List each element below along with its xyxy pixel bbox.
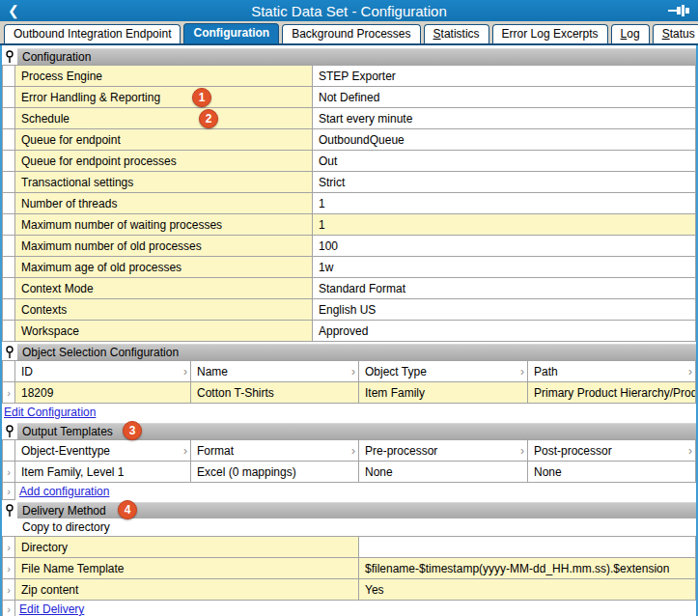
row-expander[interactable]: ›: [2, 537, 15, 557]
row-label: Number of threads: [15, 193, 313, 213]
sort-icon[interactable]: ›: [520, 444, 527, 458]
row-expander[interactable]: [2, 299, 15, 320]
row-expander[interactable]: [2, 257, 15, 277]
main-content: Configuration Process Engine STEP Export…: [0, 45, 698, 616]
row-number-of-threads: Number of threads 1: [2, 193, 696, 214]
row-label: Transactional settings: [15, 172, 313, 192]
tab-statistics[interactable]: Statistics: [424, 24, 489, 43]
edit-configuration-link[interactable]: Edit Configuration: [4, 406, 96, 419]
annotation-badge-1: 1: [192, 88, 211, 107]
row-expander[interactable]: [2, 151, 15, 171]
sort-icon[interactable]: ›: [183, 444, 190, 458]
row-value[interactable]: 100: [313, 236, 696, 256]
row-contexts: Contexts English US: [2, 299, 696, 321]
cell-object-eventtype[interactable]: Item Family, Level 1: [15, 462, 191, 482]
row-label: Zip content: [15, 579, 359, 600]
row-expander[interactable]: [2, 87, 15, 107]
row-value[interactable]: Approved: [313, 321, 696, 341]
row-label: Maximum age of old processes: [15, 257, 313, 277]
cell-format[interactable]: Excel (0 mappings): [191, 462, 359, 482]
row-expander[interactable]: [2, 278, 15, 298]
row-expander[interactable]: ›: [2, 601, 15, 616]
edit-delivery-link[interactable]: Edit Delivery: [19, 602, 84, 616]
row-expander[interactable]: [2, 236, 15, 256]
tab-status[interactable]: Status: [653, 24, 698, 43]
column-header-post-processor[interactable]: Post-processor›: [528, 440, 696, 461]
row-value[interactable]: 1: [313, 214, 696, 235]
row-max-waiting-processes: Maximum number of waiting processes 1: [2, 214, 696, 236]
row-value[interactable]: Start every minute: [313, 108, 696, 128]
column-header-name[interactable]: Name›: [191, 361, 359, 381]
row-value[interactable]: [359, 537, 696, 557]
row-expander[interactable]: [2, 108, 15, 128]
row-expander[interactable]: [2, 129, 15, 150]
row-expander[interactable]: ›: [2, 382, 15, 403]
row-error-handling: Error Handling & Reporting Not Defined 1: [2, 87, 696, 108]
section-title: Object Selection Configuration: [17, 344, 696, 360]
tab-configuration[interactable]: Configuration: [183, 23, 279, 43]
row-transactional-settings: Transactional settings Strict: [2, 172, 696, 193]
row-expander[interactable]: ›: [2, 579, 15, 600]
row-expander[interactable]: [2, 214, 15, 235]
cell-id[interactable]: 18209: [15, 382, 191, 403]
corner-cell: [2, 440, 15, 461]
cell-post-processor[interactable]: None: [528, 462, 696, 482]
tab-bar: Outbound Integration Endpoint Configurat…: [0, 21, 698, 45]
tab-outbound-integration-endpoint[interactable]: Outbound Integration Endpoint: [4, 24, 181, 43]
section-title: Output Templates: [17, 423, 696, 439]
flipper-pin-icon[interactable]: [2, 502, 17, 518]
column-header-id[interactable]: ID›: [15, 361, 191, 381]
flipper-pin-icon[interactable]: [2, 48, 17, 65]
row-value[interactable]: OutboundQueue: [313, 129, 696, 150]
row-value[interactable]: English US: [313, 299, 696, 320]
cell-pre-processor[interactable]: None: [359, 462, 528, 482]
sort-icon[interactable]: ›: [520, 365, 527, 378]
row-expander[interactable]: ›: [2, 462, 15, 482]
sort-icon[interactable]: ›: [688, 365, 695, 378]
sort-icon[interactable]: ›: [183, 365, 190, 378]
cell-path[interactable]: Primary Product Hierarchy/Produc...: [528, 382, 696, 403]
row-value[interactable]: Not Defined: [313, 87, 696, 107]
row-label: File Name Template: [15, 558, 359, 578]
row-value[interactable]: Strict: [313, 172, 696, 192]
row-expander[interactable]: ›: [2, 483, 15, 500]
column-header-pre-processor[interactable]: Pre-processor›: [359, 440, 528, 461]
sort-icon[interactable]: ›: [351, 444, 358, 458]
row-expander[interactable]: [2, 321, 15, 341]
row-expander[interactable]: ›: [2, 558, 15, 578]
row-value[interactable]: Standard Format: [313, 278, 696, 298]
row-value[interactable]: $filename-$timestamp(yyyy-MM-dd_HH.mm.ss…: [359, 558, 696, 578]
row-value[interactable]: Out: [313, 151, 696, 171]
row-zip-content: › Zip content Yes: [2, 579, 696, 601]
row-label: Schedule: [15, 108, 313, 128]
object-selection-table: ID› Name› Object Type› Path› › 18209 Cot…: [2, 360, 696, 404]
column-header-path[interactable]: Path›: [528, 361, 696, 381]
tab-background-processes[interactable]: Background Processes: [282, 24, 420, 43]
add-configuration-link[interactable]: Add configuration: [19, 485, 109, 498]
row-value[interactable]: STEP Exporter: [313, 66, 696, 86]
tab-error-log-excerpts[interactable]: Error Log Excerpts: [492, 24, 608, 43]
sort-icon[interactable]: ›: [351, 365, 358, 378]
row-expander[interactable]: [2, 66, 15, 86]
row-label: Process Engine: [15, 66, 313, 86]
column-header-format[interactable]: Format›: [191, 440, 359, 461]
cell-name[interactable]: Cotton T-Shirts: [191, 382, 359, 403]
sort-icon[interactable]: ›: [688, 444, 695, 458]
row-expander[interactable]: [2, 193, 15, 213]
row-value[interactable]: 1w: [313, 257, 696, 277]
row-value[interactable]: Yes: [359, 579, 696, 600]
row-context-mode: Context Mode Standard Format: [2, 278, 696, 299]
row-value[interactable]: 1: [313, 193, 696, 213]
column-header-object-type[interactable]: Object Type›: [359, 361, 528, 381]
row-label: Queue for endpoint: [15, 129, 313, 150]
cell-object-type[interactable]: Item Family: [359, 382, 528, 403]
column-header-object-eventtype[interactable]: Object-Eventtype›: [15, 440, 191, 461]
output-templates-table: Object-Eventtype› Format› Pre-processor›…: [2, 439, 696, 483]
flipper-pin-icon[interactable]: [2, 423, 17, 439]
row-queue-for-endpoint-processes: Queue for endpoint processes Out: [2, 151, 696, 172]
table-header-row: ID› Name› Object Type› Path›: [2, 361, 696, 382]
tab-log[interactable]: Log: [611, 24, 650, 43]
row-expander[interactable]: [2, 172, 15, 192]
section-header-delivery-method: Delivery Method 4: [2, 502, 696, 518]
flipper-pin-icon[interactable]: [2, 344, 17, 360]
